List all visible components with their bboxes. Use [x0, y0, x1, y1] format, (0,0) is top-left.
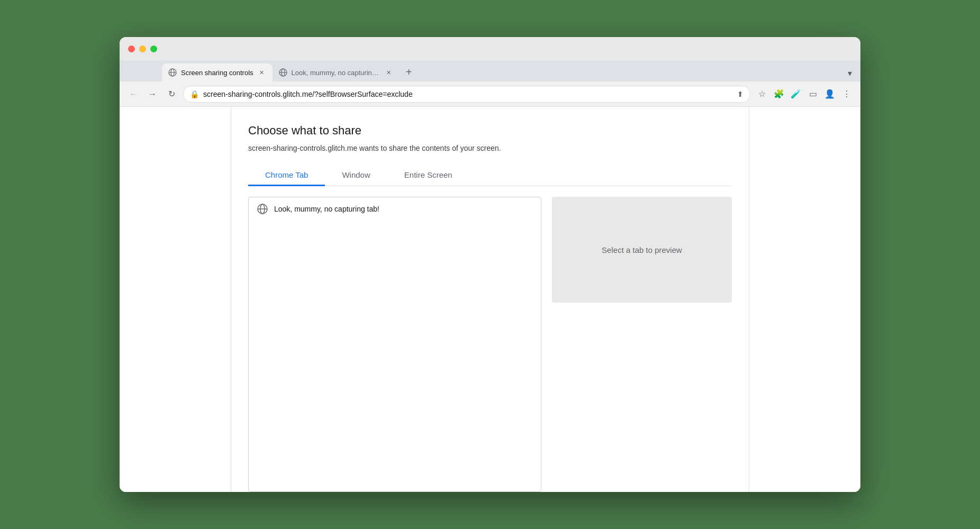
- new-tab-button[interactable]: +: [402, 65, 416, 79]
- tab1-title: Screen sharing controls: [181, 69, 253, 77]
- dialog-title: Choose what to share: [248, 124, 732, 138]
- sidebar-icon[interactable]: ▭: [805, 87, 820, 102]
- maximize-button[interactable]: [150, 45, 157, 52]
- profile-icon[interactable]: 👤: [822, 87, 837, 102]
- lab-icon[interactable]: 🧪: [788, 87, 803, 102]
- content-area: Choose what to share screen-sharing-cont…: [120, 107, 860, 492]
- reload-button[interactable]: ↻: [164, 87, 179, 102]
- tab2-favicon-icon: [279, 68, 287, 77]
- tab-screen-sharing-controls[interactable]: Screen sharing controls ✕: [162, 63, 273, 81]
- tab2-close-icon[interactable]: ✕: [385, 68, 393, 77]
- traffic-lights: [128, 45, 157, 52]
- tab1-favicon-icon: [168, 68, 177, 77]
- share-tabs: Chrome Tab Window Entire Screen: [248, 165, 732, 186]
- tab-look-mummy[interactable]: Look, mummy, no capturing ta… ✕: [273, 63, 400, 81]
- preview-text: Select a tab to preview: [602, 245, 682, 254]
- extensions-icon[interactable]: 🧩: [772, 87, 786, 102]
- toolbar-icons: ☆ 🧩 🧪 ▭ 👤 ⋮: [755, 87, 854, 102]
- address-url: screen-sharing-controls.glitch.me/?selfB…: [203, 90, 733, 98]
- address-bar: ← → ↻ 🔒 screen-sharing-controls.glitch.m…: [120, 81, 860, 107]
- preview-panel: Select a tab to preview: [552, 197, 732, 303]
- omnibox[interactable]: 🔒 screen-sharing-controls.glitch.me/?sel…: [183, 86, 750, 103]
- close-button[interactable]: [128, 45, 135, 52]
- share-tab-window[interactable]: Window: [325, 165, 387, 186]
- dialog-overlay: Choose what to share screen-sharing-cont…: [120, 107, 860, 492]
- tab-list-item[interactable]: Look, mummy, no capturing tab!: [249, 197, 541, 221]
- share-tab-entire-screen[interactable]: Entire Screen: [387, 165, 469, 186]
- security-icon: 🔒: [190, 90, 199, 98]
- title-bar: [120, 37, 860, 60]
- tab-list[interactable]: Look, mummy, no capturing tab!: [248, 197, 541, 492]
- bookmark-icon[interactable]: ☆: [755, 87, 769, 102]
- share-dialog: Choose what to share screen-sharing-cont…: [231, 107, 749, 492]
- minimize-button[interactable]: [139, 45, 146, 52]
- tab-bar: Screen sharing controls ✕ Look, mummy, n…: [120, 60, 860, 81]
- tab1-close-icon[interactable]: ✕: [258, 68, 266, 77]
- browser-window: Screen sharing controls ✕ Look, mummy, n…: [120, 37, 860, 492]
- dialog-subtitle: screen-sharing-controls.glitch.me wants …: [248, 144, 732, 152]
- tab2-title: Look, mummy, no capturing ta…: [292, 69, 380, 77]
- tab-dropdown-button[interactable]: ▾: [843, 67, 856, 79]
- tab-item-title: Look, mummy, no capturing tab!: [274, 205, 379, 213]
- share-icon: ⬆: [737, 90, 743, 98]
- forward-button[interactable]: →: [145, 87, 160, 102]
- more-menu-icon[interactable]: ⋮: [839, 87, 854, 102]
- share-tab-chrome-tab[interactable]: Chrome Tab: [248, 165, 325, 186]
- tab-item-favicon-icon: [257, 204, 268, 214]
- back-button[interactable]: ←: [126, 87, 141, 102]
- tab-content-area: Look, mummy, no capturing tab! Select a …: [248, 197, 732, 492]
